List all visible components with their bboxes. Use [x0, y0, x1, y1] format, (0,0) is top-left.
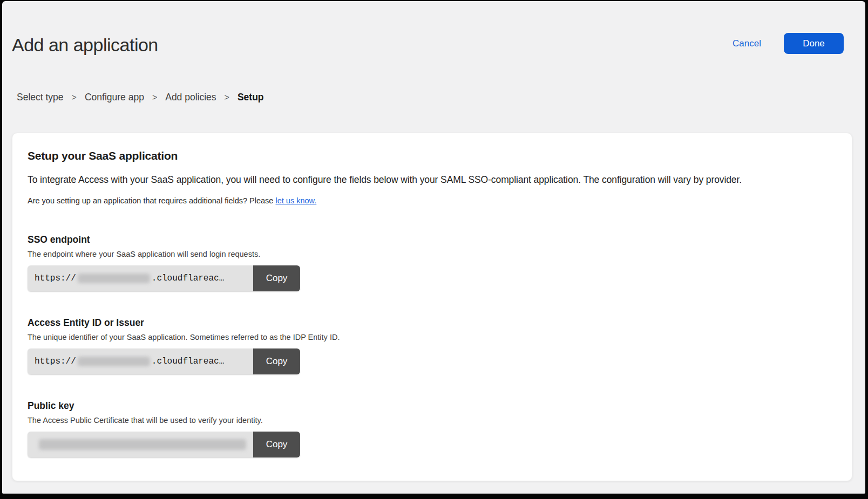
card-heading: Setup your SaaS application [28, 149, 837, 162]
app-window: Add an application Cancel Done Select ty… [2, 1, 865, 494]
card-intro-text: To integrate Access with your SaaS appli… [28, 174, 837, 186]
value-prefix: https:// [35, 357, 76, 366]
field-description: The Access Public Certificate that will … [28, 416, 837, 425]
field-label: Access Entity ID or Issuer [28, 317, 837, 329]
header-actions: Cancel Done [733, 33, 844, 54]
field-description: The endpoint where your SaaS application… [28, 250, 837, 258]
value-prefix: https:// [35, 274, 76, 283]
public-key-value[interactable] [28, 432, 253, 457]
public-key-row: Copy [28, 432, 300, 457]
breadcrumb: Select type > Configure app > Add polici… [17, 92, 264, 103]
breadcrumb-step-setup[interactable]: Setup [238, 92, 264, 103]
value-suffix: .cloudflareac… [152, 274, 224, 283]
let-us-know-link[interactable]: let us know. [275, 196, 316, 205]
breadcrumb-separator: > [152, 93, 157, 102]
redacted-value-blur [78, 357, 150, 366]
redacted-value-blur [39, 439, 246, 450]
copy-sso-endpoint-button[interactable]: Copy [253, 265, 300, 291]
copy-public-key-button[interactable]: Copy [253, 432, 300, 457]
cancel-button[interactable]: Cancel [733, 38, 761, 49]
value-suffix: .cloudflareac… [152, 357, 224, 366]
note-text: Are you setting up an application that r… [28, 196, 275, 205]
sso-endpoint-row: https:// .cloudflareac… Copy [28, 265, 300, 291]
breadcrumb-step-configure-app[interactable]: Configure app [85, 92, 144, 103]
breadcrumb-step-select-type[interactable]: Select type [17, 92, 64, 103]
setup-card: Setup your SaaS application To integrate… [12, 133, 852, 481]
page-title: Add an application [12, 35, 158, 56]
breadcrumb-separator: > [225, 93, 229, 102]
field-label: Public key [28, 400, 837, 412]
field-group-public-key: Public key The Access Public Certificate… [28, 400, 837, 457]
sso-endpoint-value[interactable]: https:// .cloudflareac… [28, 265, 253, 291]
field-group-entity-id: Access Entity ID or Issuer The unique id… [28, 317, 837, 374]
field-description: The unique identifier of your SaaS appli… [28, 333, 837, 341]
copy-entity-id-button[interactable]: Copy [253, 348, 300, 374]
entity-id-value[interactable]: https:// .cloudflareac… [28, 348, 253, 374]
breadcrumb-separator: > [72, 93, 77, 102]
redacted-value-blur [78, 274, 150, 283]
done-button[interactable]: Done [784, 33, 844, 54]
field-label: SSO endpoint [28, 234, 837, 245]
field-group-sso-endpoint: SSO endpoint The endpoint where your Saa… [28, 234, 837, 291]
card-note: Are you setting up an application that r… [28, 196, 837, 205]
entity-id-row: https:// .cloudflareac… Copy [28, 348, 300, 374]
breadcrumb-step-add-policies[interactable]: Add policies [165, 92, 216, 103]
